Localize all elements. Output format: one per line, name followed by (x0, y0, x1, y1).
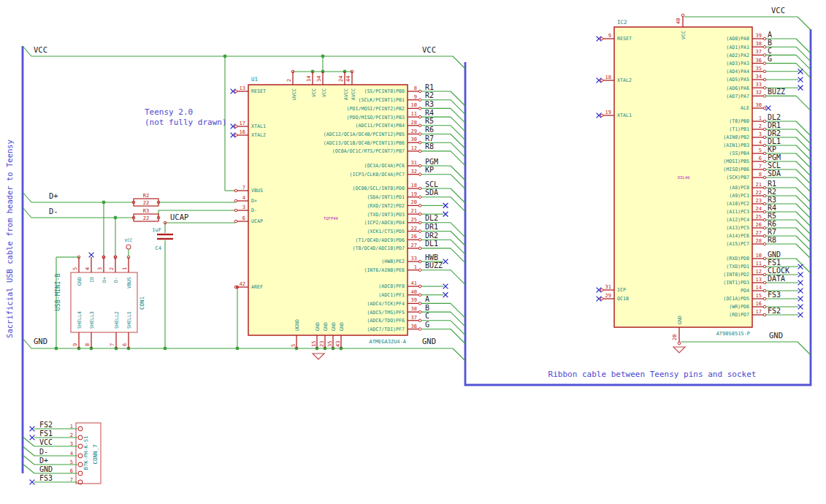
pin-name: UCAP (251, 218, 263, 224)
ground-icon (313, 354, 324, 359)
pin-number: 1 (122, 267, 128, 270)
note-usb-cable: Sacrificial USB cable from header to Tee… (5, 140, 14, 338)
net-label: D+ (39, 457, 48, 465)
pin-name: (AD5)PA5 (726, 77, 749, 83)
net-label: D+ (49, 191, 58, 200)
pin-name: (RXD/INT2)PD2 (367, 203, 405, 209)
pin-number: 26 (411, 234, 417, 240)
pin-name: (SDA/INT1)PD1 (367, 194, 405, 200)
pin-name: AREF (251, 284, 263, 290)
bus-entry (796, 153, 811, 168)
pin-name: (TXD/INT3)PD3 (367, 212, 405, 218)
bus-entry (796, 259, 811, 273)
pin-number: 28 (411, 120, 417, 126)
pin-name: GND (323, 322, 329, 331)
pin-end (763, 186, 766, 189)
pin-number: 19 (411, 191, 417, 197)
pin-name: AVCC (351, 88, 356, 100)
net-label: FS1 (39, 429, 53, 438)
bus-entry (796, 39, 811, 53)
pin-name: SHELL1 (126, 311, 132, 329)
net-label: R8 (425, 142, 434, 150)
net-label: BUZZ (768, 88, 785, 96)
pin-end (418, 205, 421, 207)
net-label: VCC (39, 438, 53, 446)
pin-name: UVCC (291, 88, 297, 100)
pin-pad (78, 454, 83, 458)
pin-end (763, 70, 766, 73)
net-label: VCC (34, 45, 47, 54)
pin-number: 14 (306, 76, 312, 82)
pin-name: (A12)PC4 (726, 217, 749, 223)
net-label: KP (768, 145, 776, 153)
no-connect-icon (798, 280, 803, 286)
net-label: R3 (425, 100, 434, 108)
bus-entry (796, 55, 811, 69)
pin-name: (SS)PB4 (729, 150, 749, 156)
bus-entry (796, 121, 811, 136)
pin-number: 33 (411, 256, 417, 261)
pin-name: (RD)PD7 (729, 312, 749, 318)
pin-end (763, 95, 766, 98)
pin-name: VBUS (251, 188, 263, 194)
pin-number: 13 (756, 277, 762, 283)
resistor-ref: R3 (143, 208, 149, 214)
pin-number: 40 (676, 18, 681, 24)
schematic-canvas: VCCVCCGNDGNDD+D-UCAPR222R3221uFC45GND4ID… (0, 0, 826, 504)
bus-entry (451, 166, 465, 180)
pin-end (418, 150, 421, 153)
pin-end (763, 160, 766, 163)
pin-end (763, 144, 766, 147)
pin-number: 4 (242, 195, 245, 201)
pin-name: (ADC13/OC1B/OC4B/PCINT13)PB6 (324, 140, 405, 146)
net-label: GND (422, 337, 436, 345)
bus-entry (796, 129, 811, 144)
pin-number: 11 (411, 111, 417, 117)
pin-number: 7 (242, 185, 245, 191)
pin-number: 6 (70, 468, 73, 474)
net-label: DL1 (425, 240, 438, 248)
pin-name: (ADC4/TCK)PF4 (367, 301, 405, 307)
net-label: DL1 (768, 137, 781, 145)
pin-end (763, 281, 766, 284)
pin-number: 9 (608, 33, 611, 39)
pin-number: 6 (242, 215, 245, 221)
bus-entry (451, 197, 465, 212)
pin-end (763, 257, 766, 260)
pin-name: (AD7)PA7 (726, 93, 749, 99)
bus-entry (796, 196, 811, 210)
pin-number: 10 (756, 253, 762, 259)
pin-number: 42 (240, 281, 245, 287)
pin-number: 3 (242, 205, 245, 210)
connector-ref: CONN_7 (92, 444, 99, 464)
pin-name: (INT0)PD2 (723, 272, 749, 278)
pin-name: UGND (294, 319, 300, 331)
pin-name: (HWB)PE2 (381, 259, 405, 264)
pin-end (763, 265, 766, 268)
pin-name: (ICP3/CLK0/OC4A)PC7 (350, 172, 405, 177)
ground-icon (673, 347, 685, 353)
pin-number: 27 (411, 243, 417, 248)
pin-name: (T1)PB1 (729, 126, 749, 132)
pin-end (763, 54, 766, 57)
pin-name: (T0)PB0 (729, 118, 749, 124)
bus-entry (451, 248, 465, 263)
net-label: DR2 (425, 232, 438, 240)
pin-end (763, 107, 766, 110)
pin-name: VCC (681, 31, 687, 39)
pin-number: 35 (756, 66, 762, 72)
note-teensy: Teensy 2.0 (145, 107, 193, 117)
pin-name: (OC3A/OC4A)PC6 (364, 163, 405, 169)
pin-name: (XCK1/CTS)PD5 (367, 229, 405, 234)
pin-name: (ADC12/OC1A/OC4B/PCINT12)PB5 (324, 131, 405, 137)
pin-number: 16 (240, 129, 245, 135)
pin-name: D- (113, 277, 119, 283)
pin-pad (78, 427, 83, 431)
pin-number: 12 (756, 269, 762, 275)
pin-end (763, 86, 766, 89)
pin-number: 11 (756, 261, 762, 267)
pin-name: (AD0)PA0 (726, 36, 749, 42)
bus-entry (23, 446, 34, 456)
pin-name: XTAL1 (617, 112, 632, 118)
no-connect-icon (798, 77, 803, 83)
